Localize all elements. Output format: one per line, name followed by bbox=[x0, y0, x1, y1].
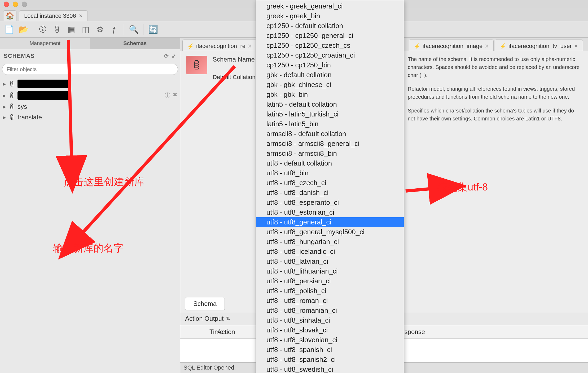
help-line-3: Specifies which charset/collation the sc… bbox=[408, 107, 583, 123]
collation-option[interactable]: utf8 - utf8_latvian_ci bbox=[256, 257, 404, 266]
navigator-sidebar: Management Schemas SCHEMAS ⟳ ⤢ ▶🛢▶🛢ⓘ✖▶🛢s… bbox=[0, 38, 180, 373]
collation-option[interactable]: armscii8 - armscii8_bin bbox=[256, 149, 404, 158]
tab-schemas[interactable]: Schemas bbox=[90, 38, 180, 49]
collation-option[interactable]: utf8 - utf8_polish_ci bbox=[256, 286, 404, 296]
output-combo[interactable]: Action Output bbox=[185, 315, 223, 322]
schemas-header-label: SCHEMAS bbox=[4, 53, 35, 59]
inspector-button[interactable]: 🛈 bbox=[36, 23, 49, 36]
expand-icon[interactable]: ⤢ bbox=[172, 53, 176, 59]
collation-option[interactable]: utf8 - utf8_romanian_ci bbox=[256, 306, 404, 315]
filter-wrapper bbox=[0, 63, 180, 76]
document-tab-label: ifacerecognition_tv_user bbox=[508, 43, 572, 50]
help-panel: The name of the schema. It is recommende… bbox=[402, 51, 588, 133]
schema-label: sys bbox=[17, 103, 27, 110]
home-icon: 🏠 bbox=[6, 12, 14, 20]
collation-option[interactable]: utf8 - utf8_general_mysql500_ci bbox=[256, 227, 404, 237]
close-tab-icon[interactable]: ✕ bbox=[79, 13, 83, 19]
collation-option[interactable]: latin5 - latin5_turkish_ci bbox=[256, 109, 404, 119]
document-tab[interactable]: ⚡ifacerecognition_tv_user✕ bbox=[495, 40, 583, 51]
help-line-2: Refactor model, changing all references … bbox=[408, 85, 583, 101]
toolbar-separator bbox=[124, 24, 124, 35]
close-tab-icon[interactable]: ✕ bbox=[574, 43, 578, 49]
schemas-header: SCHEMAS ⟳ ⤢ bbox=[0, 49, 180, 63]
refresh-icon[interactable]: ⟳ bbox=[164, 53, 169, 59]
new-function-button[interactable]: ƒ bbox=[108, 23, 121, 36]
schema-subtab[interactable]: Schema bbox=[185, 297, 225, 310]
collation-option[interactable]: gbk - default collation bbox=[256, 70, 404, 80]
collation-option[interactable]: cp1250 - cp1250_general_ci bbox=[256, 31, 404, 41]
collation-option[interactable]: armscii8 - default collation bbox=[256, 129, 404, 139]
collation-option[interactable]: latin5 - default collation bbox=[256, 99, 404, 109]
schema-tree-item[interactable]: ▶🛢ⓘ✖ bbox=[0, 90, 180, 101]
close-window-icon[interactable] bbox=[4, 2, 9, 7]
collation-option[interactable]: utf8 - utf8_general_ci bbox=[256, 217, 404, 227]
collation-dropdown[interactable]: greek - greek_general_cigreek - greek_bi… bbox=[256, 0, 404, 373]
schema-tree: ▶🛢▶🛢ⓘ✖▶🛢sys▶🛢translate bbox=[0, 76, 180, 373]
collation-option[interactable]: utf8 - utf8_persian_ci bbox=[256, 276, 404, 286]
connection-tab-label: Local instance 3306 bbox=[24, 12, 76, 19]
schema-tree-item[interactable]: ▶🛢 bbox=[0, 78, 180, 90]
collation-option[interactable]: utf8 - utf8_danish_ci bbox=[256, 188, 404, 198]
collation-option[interactable]: cp1250 - cp1250_czech_cs bbox=[256, 41, 404, 50]
caret-icon: ▶ bbox=[3, 115, 6, 120]
db-icon: 🛢 bbox=[8, 114, 15, 121]
collation-option[interactable]: utf8 - utf8_lithuanian_ci bbox=[256, 266, 404, 276]
db-icon: 🛢 bbox=[8, 103, 15, 110]
redacted-label bbox=[17, 80, 71, 88]
connection-tab[interactable]: Local instance 3306 ✕ bbox=[19, 10, 88, 21]
open-sql-script-button[interactable]: 📂 bbox=[17, 23, 30, 36]
collation-option[interactable]: utf8 - utf8_esperanto_ci bbox=[256, 198, 404, 207]
close-tab-icon[interactable]: ✕ bbox=[485, 43, 489, 49]
schema-tree-item[interactable]: ▶🛢sys bbox=[0, 101, 180, 112]
collation-option[interactable]: latin5 - latin5_bin bbox=[256, 119, 404, 129]
tab-management[interactable]: Management bbox=[0, 38, 90, 49]
tab-management-label: Management bbox=[29, 40, 60, 46]
filter-input[interactable] bbox=[2, 64, 178, 75]
minimize-window-icon[interactable] bbox=[13, 2, 18, 7]
document-tab[interactable]: ⚡ifacerecognition_image✕ bbox=[409, 40, 494, 51]
collation-option[interactable]: armscii8 - armscii8_general_ci bbox=[256, 139, 404, 149]
collation-option[interactable]: cp1250 - cp1250_croatian_ci bbox=[256, 50, 404, 60]
collation-option[interactable]: utf8 - default collation bbox=[256, 158, 404, 168]
document-tab[interactable]: ⚡ifacerecognition_re✕ bbox=[182, 40, 257, 51]
new-table-button[interactable]: ▦ bbox=[65, 23, 78, 36]
reconnect-button[interactable]: 🔄 bbox=[147, 23, 159, 36]
collation-option[interactable]: utf8 - utf8_estonian_ci bbox=[256, 207, 404, 217]
collation-option[interactable]: utf8 - utf8_bin bbox=[256, 168, 404, 178]
new-schema-button[interactable]: 🛢 bbox=[51, 23, 63, 36]
collation-option[interactable]: greek - greek_bin bbox=[256, 11, 404, 21]
info-icon[interactable]: ⓘ bbox=[165, 92, 170, 99]
collation-option[interactable]: utf8 - utf8_slovak_ci bbox=[256, 325, 404, 335]
bolt-icon: ⚡ bbox=[500, 43, 506, 49]
collation-option[interactable]: cp1250 - default collation bbox=[256, 21, 404, 31]
collation-option[interactable]: cp1250 - cp1250_bin bbox=[256, 60, 404, 70]
collation-option[interactable]: greek - greek_general_ci bbox=[256, 1, 404, 11]
col-action: Action bbox=[212, 328, 233, 336]
help-line-1: The name of the schema. It is recommende… bbox=[408, 55, 583, 79]
toolbar-separator bbox=[143, 24, 143, 35]
collation-option[interactable]: utf8 - utf8_slovenian_ci bbox=[256, 335, 404, 345]
close-icon[interactable]: ✖ bbox=[173, 92, 177, 99]
collation-option[interactable]: gbk - gbk_chinese_ci bbox=[256, 80, 404, 90]
new-view-button[interactable]: ◫ bbox=[79, 23, 92, 36]
collation-option[interactable]: gbk - gbk_bin bbox=[256, 90, 404, 99]
schema-tree-item[interactable]: ▶🛢translate bbox=[0, 112, 180, 123]
new-procedure-button[interactable]: ⚙ bbox=[94, 23, 106, 36]
redacted-label bbox=[17, 91, 71, 100]
collation-option[interactable]: utf8 - utf8_icelandic_ci bbox=[256, 247, 404, 257]
search-table-data-button[interactable]: 🔍 bbox=[127, 23, 140, 36]
tab-schemas-label: Schemas bbox=[123, 40, 147, 46]
new-sql-tab-button[interactable]: 📄 bbox=[3, 23, 15, 36]
collation-option[interactable]: utf8 - utf8_spanish2_ci bbox=[256, 355, 404, 365]
collation-option[interactable]: utf8 - utf8_czech_ci bbox=[256, 178, 404, 188]
collation-option[interactable]: utf8 - utf8_sinhala_ci bbox=[256, 315, 404, 325]
maximize-window-icon[interactable] bbox=[22, 2, 27, 7]
updown-icon[interactable]: ⇅ bbox=[226, 316, 230, 322]
home-tab[interactable]: 🏠 bbox=[3, 10, 16, 21]
collation-option[interactable]: utf8 - utf8_swedish_ci bbox=[256, 365, 404, 373]
collation-option[interactable]: utf8 - utf8_roman_ci bbox=[256, 296, 404, 306]
close-tab-icon[interactable]: ✕ bbox=[248, 43, 252, 49]
collation-option[interactable]: utf8 - utf8_spanish_ci bbox=[256, 345, 404, 355]
bolt-icon: ⚡ bbox=[187, 43, 194, 49]
collation-option[interactable]: utf8 - utf8_hungarian_ci bbox=[256, 237, 404, 247]
